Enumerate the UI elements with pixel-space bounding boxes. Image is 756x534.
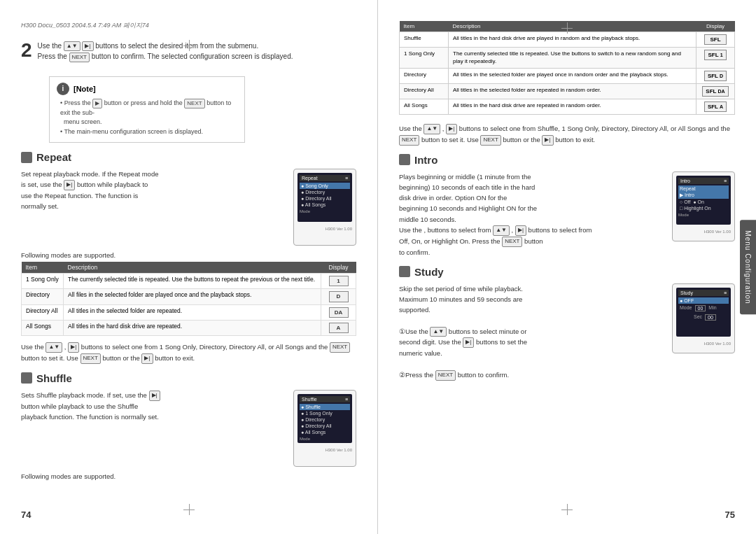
repeat-row4-desc: All titles in the hard disk drive are re… [64, 320, 321, 335]
shuffle-item-5: ● All Songs [300, 429, 350, 435]
next-button: NEXT [69, 52, 90, 62]
repeat-th-item: Item [22, 262, 64, 274]
note-box: i [Note] • Press the ▶ button or press a… [49, 76, 245, 143]
intro-device: Intro ≡ Repeat ▶ Intro ○ Off ● On □ High… [672, 171, 735, 241]
sfl-row1-display: SFL [696, 32, 735, 48]
sfl-row2-item: 1 Song Only [400, 48, 449, 68]
repeat-table: Item Description Display 1 Song Only The… [21, 262, 356, 336]
rp-btn-next2: NEXT [480, 135, 500, 146]
intro-btn-nav: ▲▼ [493, 225, 510, 236]
step2-text: Use the ▲▼ ▶| buttons to select the desi… [21, 41, 356, 62]
shuffle-screen: Shuffle ≡ ● Shuffle ● 1 Song Only ● Dire… [298, 394, 352, 443]
study-mode-label: Mode [680, 305, 692, 311]
btn-up-down: ▲▼ [46, 342, 62, 353]
btn-next2: NEXT [80, 353, 101, 364]
study-device: Study ≡ ● OFF Mode 00 Min Sec 00 H300 Ve… [672, 283, 735, 353]
note-title: i [Note] [57, 83, 237, 95]
intro-item-highlight: □ Highlight On [678, 205, 729, 211]
repeat-item-3: ● Directory All [300, 195, 350, 202]
repeat-row4-display: A [321, 320, 356, 335]
shuffle-device-footer: H300 Ver 1.00 [294, 447, 356, 454]
repeat-row1-display: 1 [321, 274, 356, 289]
note-btn1: ▶ [92, 99, 102, 108]
sfl-row3-display: SFL D [696, 68, 735, 83]
rp-btn-play2: ▶| [542, 135, 553, 146]
shuffle-title: Shuffle [21, 372, 356, 384]
repeat-following: Following modes are supported. [21, 251, 356, 259]
note-btn2: NEXT [184, 99, 204, 108]
btn-play2: ▶| [141, 353, 153, 364]
repeat-item-2: ● Directory [300, 189, 350, 195]
shuffle-text: Sets Shuffle playback mode. If set, use … [21, 390, 286, 467]
study-sec-label: Sec [694, 314, 702, 321]
note-text: • Press the ▶ button or press and hold t… [57, 99, 237, 137]
study-text: Skip the set period of time while playba… [399, 283, 665, 381]
repeat-bottom-text: Use the ▲▼ , ▶| buttons to select one fr… [21, 342, 356, 364]
menu-config-tab: Menu Configuration [740, 220, 756, 314]
table-row: Directory All All titles in the selected… [400, 83, 735, 99]
rp-btn-play: ▶| [446, 124, 457, 134]
repeat-btn: ▶| [64, 180, 75, 190]
repeat-th-desc: Description [64, 262, 321, 274]
study-btn-nav: ▲▼ [430, 327, 447, 337]
repeat-row3-desc: All titles in the selected folder are re… [64, 304, 321, 320]
study-min-value: 00 [695, 305, 706, 311]
repeat-text: Set repeat playback mode. If the Repeat … [21, 169, 286, 246]
shuffle-bottom-text: Use the ▲▼ , ▶| buttons to select one fr… [399, 123, 735, 146]
repeat-row2-item: Directory [22, 289, 64, 304]
sfl-row5-desc: All titles in the hard disk drive are re… [449, 99, 696, 114]
sfl-row1-desc: All titles in the hard disk drive are pl… [449, 32, 696, 48]
study-title: Study [399, 266, 735, 278]
repeat-item-4: ● All Songs [300, 202, 350, 208]
repeat-screen-title: Repeat ≡ [300, 175, 350, 181]
study-device-footer: H300 Ver 1.00 [673, 340, 734, 347]
shuffle-body: Sets Shuffle playback mode. If set, use … [21, 390, 356, 467]
step2-line1: Use the [38, 42, 62, 50]
sfl-row4-display: SFL DA [696, 83, 735, 99]
intro-device-footer: H300 Ver 1.00 [673, 228, 734, 235]
right-page: Item Description Display Shuffle All tit… [378, 0, 756, 534]
intro-mode-label: Mode [678, 213, 729, 217]
intro-btn-play: ▶| [515, 225, 526, 236]
repeat-row2-desc: All files in the selected folder are pla… [64, 289, 321, 304]
study-btn-next: NEXT [435, 370, 456, 381]
shuffle-item-1: ● Shuffle [300, 404, 350, 410]
table-row: All Songs All titles in the hard disk dr… [22, 320, 356, 335]
study-screen-title: Study ≡ [678, 290, 729, 296]
table-row: Shuffle All titles in the hard disk driv… [400, 32, 735, 48]
repeat-row2-display: D [321, 289, 356, 304]
study-sec-value: 00 [705, 314, 716, 321]
sfl-row4-item: Directory All [400, 83, 449, 99]
table-row: Directory All titles in the selected fol… [400, 68, 735, 83]
study-time-display: Mode 00 Min [678, 304, 729, 313]
sfl-row3-desc: All titles in the selected folder are pl… [449, 68, 696, 83]
intro-title: Intro [399, 154, 735, 166]
page-number-right: 75 [725, 510, 735, 520]
repeat-row4-item: All Songs [22, 320, 64, 335]
shuffle-btn: ▶| [149, 391, 160, 401]
study-screen: Study ≡ ● OFF Mode 00 Min Sec 00 [676, 288, 731, 337]
rpt-th-item: Item [400, 21, 449, 32]
repeat-device-footer: H300 Ver 1.00 [294, 225, 356, 232]
study-icon [399, 266, 410, 277]
shuffle-modes-table: Item Description Display Shuffle All tit… [399, 21, 735, 115]
repeat-row3-item: Directory All [22, 304, 64, 320]
repeat-row1-desc: The currently selected title is repeated… [64, 274, 321, 289]
table-row: 1 Song Only The currently selected title… [400, 48, 735, 68]
step2-section: 2 Use the ▲▼ ▶| buttons to select the de… [21, 41, 356, 69]
repeat-mode-label: Mode [300, 209, 350, 213]
shuffle-item-4: ● Directory All [300, 423, 350, 429]
study-body: Skip the set period of time while playba… [399, 283, 735, 381]
study-btn-play: ▶| [463, 337, 474, 348]
intro-item-off: ○ Off ● On [678, 199, 729, 205]
sfl-row4-desc: All titles in the selected folder are re… [449, 83, 696, 99]
repeat-row1-item: 1 Song Only [22, 274, 64, 289]
table-row: Directory All All titles in the selected… [22, 304, 356, 320]
repeat-screen: Repeat ≡ ● Song Only ● Directory ● Direc… [298, 173, 352, 222]
shuffle-icon [21, 372, 32, 384]
sfl-row1-item: Shuffle [400, 32, 449, 48]
shuffle-screen-title: Shuffle ≡ [300, 396, 350, 402]
intro-item-intro: ▶ Intro [678, 192, 729, 199]
intro-screen: Intro ≡ Repeat ▶ Intro ○ Off ● On □ High… [676, 176, 731, 225]
repeat-item-1: ● Song Only [300, 183, 350, 189]
